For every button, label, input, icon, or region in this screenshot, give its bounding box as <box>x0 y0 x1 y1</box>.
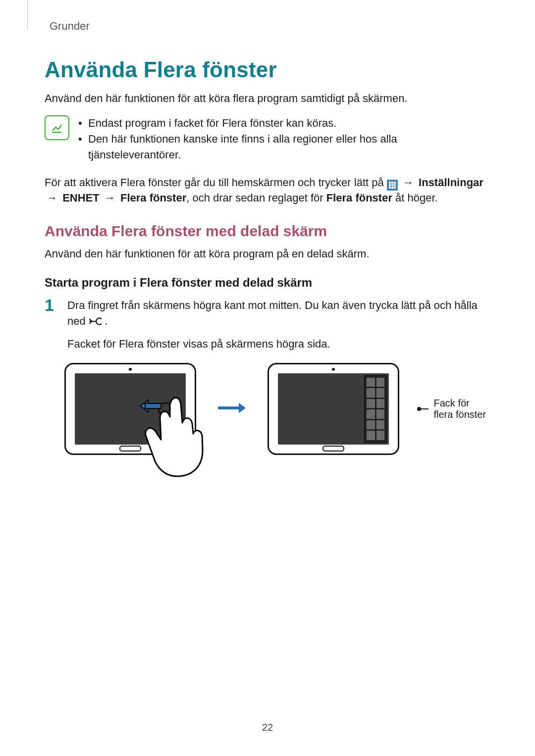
multiwindow-tray-icon <box>364 375 387 443</box>
apps-grid-icon <box>387 180 398 191</box>
step-body: Dra fingret från skärmens högra kant mot… <box>67 298 490 352</box>
step-line: Facket för Flera fönster visas på skärme… <box>67 336 490 352</box>
note-box: Endast program i facket för Flera fönste… <box>45 115 490 163</box>
figure: Fack för flera fönster <box>64 363 490 455</box>
settings-label: Inställningar <box>419 176 483 189</box>
device-label: ENHET <box>62 192 100 204</box>
note-item: Endast program i facket för Flera fönste… <box>78 115 490 131</box>
text: Dra fingret från skärmens högra kant mot… <box>67 299 478 327</box>
camera-icon <box>332 368 335 371</box>
note-list: Endast program i facket för Flera fönste… <box>78 115 490 163</box>
tablet-after <box>268 363 399 455</box>
hand-icon <box>135 389 210 478</box>
document-page: Grunder Använda Flera fönster Använd den… <box>0 0 535 756</box>
step-number: 1 <box>45 297 59 313</box>
multiwindow-label2: Flera fönster <box>326 192 392 204</box>
section-intro: Använd den här funktionen för att köra p… <box>45 247 490 262</box>
activate-paragraph: För att aktivera Flera fönster går du ti… <box>45 175 490 206</box>
arrow-icon: → <box>401 175 416 191</box>
multiwindow-label: Flera fönster <box>120 192 186 204</box>
section-heading: Använda Flera fönster med delad skärm <box>45 223 490 240</box>
callout-label: Fack för flera fönster <box>433 398 490 420</box>
page-number: 22 <box>0 722 535 733</box>
step-1: 1 Dra fingret från skärmens högra kant m… <box>45 298 490 352</box>
arrow-icon: → <box>45 191 59 206</box>
text: . <box>105 315 107 327</box>
arrow-icon: → <box>103 191 117 206</box>
subsection-heading: Starta program i Flera fönster med delad… <box>45 276 490 290</box>
home-button-icon <box>322 446 344 452</box>
text: , och drar sedan reglaget för <box>186 192 326 204</box>
text: åt höger. <box>392 192 438 204</box>
text: För att aktivera Flera fönster går du ti… <box>45 176 387 189</box>
camera-icon <box>129 368 132 371</box>
transition-arrow-icon <box>217 402 247 416</box>
callout: Fack för flera fönster <box>420 398 490 420</box>
intro-paragraph: Använd den här funktionen för att köra f… <box>45 91 490 106</box>
callout-leader-icon <box>420 408 428 409</box>
note-icon <box>45 115 69 140</box>
page-title: Använda Flera fönster <box>45 57 490 82</box>
tablet-before <box>64 363 196 455</box>
back-icon <box>89 315 105 327</box>
margin-rule <box>27 0 28 30</box>
step-line: Dra fingret från skärmens högra kant mot… <box>67 298 490 329</box>
running-header: Grunder <box>50 20 490 33</box>
note-item: Den här funktionen kanske inte finns i a… <box>78 131 490 163</box>
